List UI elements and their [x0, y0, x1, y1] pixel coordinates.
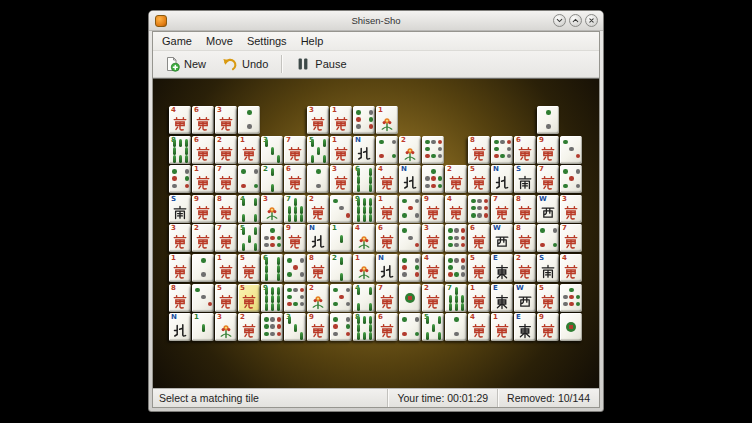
- tile-p3[interactable]: [560, 136, 582, 164]
- tile-wn[interactable]: N: [376, 254, 398, 282]
- tile-wn[interactable]: N: [307, 224, 329, 252]
- tile-m8[interactable]: 8: [215, 195, 237, 223]
- tile-m1[interactable]: 1: [169, 254, 191, 282]
- tile-s6[interactable]: 6: [261, 254, 283, 282]
- tile-m6[interactable]: 6: [468, 224, 490, 252]
- tile-p6[interactable]: [169, 165, 191, 193]
- tile-m2[interactable]: 2: [445, 165, 467, 193]
- tile-p6[interactable]: [330, 313, 352, 341]
- tile-m5[interactable]: 5: [537, 284, 559, 312]
- tile-m6[interactable]: 6: [284, 165, 306, 193]
- tile-f4[interactable]: 4: [353, 224, 375, 252]
- tile-m2[interactable]: 2: [514, 254, 536, 282]
- tile-ww[interactable]: W: [514, 284, 536, 312]
- tile-ws[interactable]: S: [514, 165, 536, 193]
- tile-s2[interactable]: 2: [261, 165, 283, 193]
- tile-m7[interactable]: 7: [537, 165, 559, 193]
- tile-p9[interactable]: [468, 195, 490, 223]
- tile-m4[interactable]: 4: [169, 106, 191, 134]
- tile-p7[interactable]: [261, 224, 283, 252]
- tile-p4[interactable]: [399, 313, 421, 341]
- tile-p5[interactable]: [399, 195, 421, 223]
- tile-m7[interactable]: 7: [560, 224, 582, 252]
- tile-s3[interactable]: 3: [261, 136, 283, 164]
- tile-s5[interactable]: 5: [238, 224, 260, 252]
- tile-m1[interactable]: 1: [192, 165, 214, 193]
- tile-p3[interactable]: [192, 284, 214, 312]
- tile-m4[interactable]: 4: [376, 165, 398, 193]
- tile-m1[interactable]: 1: [330, 136, 352, 164]
- tile-p5[interactable]: [284, 254, 306, 282]
- tile-m3[interactable]: 3: [422, 224, 444, 252]
- tile-m9[interactable]: 9: [284, 224, 306, 252]
- tile-p3[interactable]: [399, 224, 421, 252]
- tile-f2[interactable]: 2: [307, 284, 329, 312]
- tile-m1[interactable]: 1: [238, 136, 260, 164]
- tile-m1[interactable]: 1: [468, 284, 490, 312]
- menu-item-game[interactable]: Game: [155, 33, 199, 49]
- tile-m6[interactable]: 6: [192, 136, 214, 164]
- tile-p8[interactable]: [491, 136, 513, 164]
- tile-m6[interactable]: 6: [376, 224, 398, 252]
- tile-s8[interactable]: 8: [353, 313, 375, 341]
- tile-p1[interactable]: [560, 313, 582, 341]
- tile-m5[interactable]: 5: [238, 284, 260, 312]
- tile-s4[interactable]: 4: [353, 284, 375, 312]
- tile-m9[interactable]: 9: [307, 313, 329, 341]
- tile-s7[interactable]: 7: [445, 284, 467, 312]
- tile-m4[interactable]: 4: [445, 195, 467, 223]
- tile-m8[interactable]: 8: [468, 136, 490, 164]
- tile-m4[interactable]: 4: [560, 254, 582, 282]
- tile-m3[interactable]: 3: [307, 106, 329, 134]
- tile-p4[interactable]: [238, 165, 260, 193]
- tile-m2[interactable]: 2: [215, 136, 237, 164]
- tile-p4[interactable]: [537, 224, 559, 252]
- tile-s2[interactable]: 2: [330, 254, 352, 282]
- tile-p7[interactable]: [560, 284, 582, 312]
- tile-f1[interactable]: 1: [376, 106, 398, 134]
- tile-m5[interactable]: 5: [238, 254, 260, 282]
- tile-m7[interactable]: 7: [215, 165, 237, 193]
- tile-f2[interactable]: 2: [399, 136, 421, 164]
- minimize-button[interactable]: [553, 14, 566, 27]
- tile-m7[interactable]: 7: [215, 224, 237, 252]
- tile-s3[interactable]: 3: [284, 313, 306, 341]
- tile-m6[interactable]: 6: [192, 106, 214, 134]
- tile-ww[interactable]: W: [537, 195, 559, 223]
- tile-p6[interactable]: [353, 106, 375, 134]
- tile-p8[interactable]: [422, 136, 444, 164]
- tile-p8[interactable]: [284, 284, 306, 312]
- tile-f1[interactable]: 1: [353, 254, 375, 282]
- tile-m5[interactable]: 5: [468, 254, 490, 282]
- tile-m9[interactable]: 9: [537, 136, 559, 164]
- tile-p4[interactable]: [376, 136, 398, 164]
- tile-ww[interactable]: W: [491, 224, 513, 252]
- tile-p9[interactable]: [261, 313, 283, 341]
- tile-m3[interactable]: 3: [215, 106, 237, 134]
- tile-p2[interactable]: [445, 313, 467, 341]
- tile-p9[interactable]: [445, 224, 467, 252]
- tile-m1[interactable]: 1: [491, 313, 513, 341]
- tile-m9[interactable]: 9: [422, 195, 444, 223]
- menu-item-settings[interactable]: Settings: [240, 33, 294, 49]
- tile-p6[interactable]: [399, 254, 421, 282]
- tile-we[interactable]: E: [491, 254, 513, 282]
- tile-m8[interactable]: 8: [514, 224, 536, 252]
- titlebar[interactable]: Shisen-Sho: [149, 11, 603, 31]
- tile-p2[interactable]: [238, 106, 260, 134]
- tile-p5[interactable]: [330, 284, 352, 312]
- tile-m4[interactable]: 4: [422, 254, 444, 282]
- menu-item-help[interactable]: Help: [294, 33, 331, 49]
- tile-s5[interactable]: 5: [422, 313, 444, 341]
- tile-m1[interactable]: 1: [330, 106, 352, 134]
- tile-f3[interactable]: 3: [215, 313, 237, 341]
- tile-p1[interactable]: [399, 284, 421, 312]
- tile-m2[interactable]: 2: [422, 284, 444, 312]
- tile-m9[interactable]: 9: [537, 313, 559, 341]
- undo-button[interactable]: Undo: [215, 53, 275, 75]
- tile-ws[interactable]: S: [537, 254, 559, 282]
- tile-p3[interactable]: [330, 195, 352, 223]
- tile-m7[interactable]: 7: [491, 195, 513, 223]
- tile-we[interactable]: E: [514, 313, 536, 341]
- tile-m6[interactable]: 6: [514, 136, 536, 164]
